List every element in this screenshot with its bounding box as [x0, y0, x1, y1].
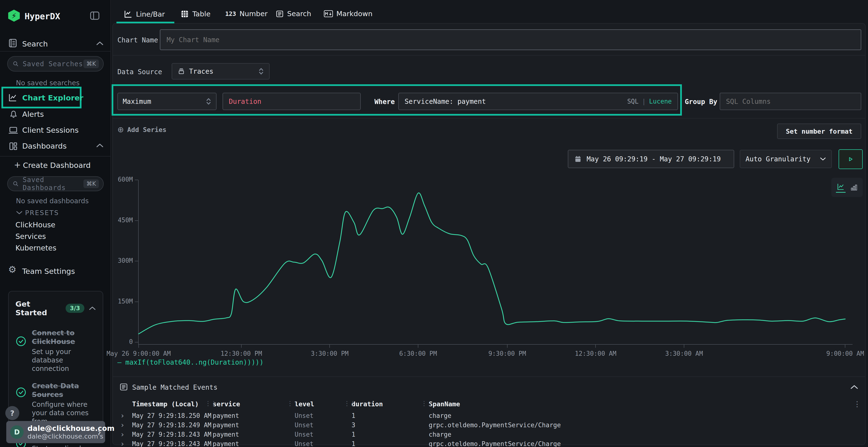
cell-level: Unset: [294, 431, 351, 438]
chevron-up-icon[interactable]: [96, 143, 104, 148]
legend-swatch: —: [117, 358, 122, 366]
preset-item-clickhouse[interactable]: ClickHouse: [16, 220, 56, 229]
checklist-item[interactable]: Connect to ClickHouse Set up your databa…: [16, 329, 96, 373]
bell-icon: [9, 109, 18, 119]
cell-timestamp: May 27 9:29:18.243 AM: [132, 440, 213, 447]
expand-row-icon[interactable]: ›: [121, 430, 132, 439]
tab-table[interactable]: Table: [180, 10, 211, 18]
chevron-up-icon[interactable]: [96, 41, 104, 46]
sidebar-item-dashboards[interactable]: Dashboards: [22, 142, 66, 150]
chevron-down-icon[interactable]: [16, 210, 23, 215]
source-tray-icon: [178, 67, 185, 75]
cell-timestamp: May 27 9:29:18.249 AM: [132, 421, 213, 429]
list-icon: [276, 10, 284, 18]
column-resize-handle[interactable]: ⋮⋮: [344, 400, 355, 407]
get-started-panel: Get Started 3/3 Connect to ClickHouse Se…: [8, 291, 103, 436]
cell-spanname: grpc.oteldemo.PaymentService/Charge: [429, 440, 866, 447]
saved-dashboards-input[interactable]: Saved Dashboards ⌘K: [7, 176, 104, 191]
column-resize-handle[interactable]: ⋮⋮: [287, 400, 299, 407]
cell-spanname: charge: [429, 412, 866, 419]
tab-number[interactable]: 123 Number: [225, 10, 268, 18]
cell-service: payment: [213, 431, 294, 438]
table-row[interactable]: › May 27 9:29:18.243 AM payment Unset 1 …: [121, 439, 866, 447]
line-chart-toggle[interactable]: [836, 182, 845, 193]
divider: [0, 156, 111, 157]
cell-level: Unset: [294, 412, 351, 419]
cell-spanname: charge: [429, 431, 866, 438]
saved-dashboards-placeholder: Saved Dashboards: [23, 176, 84, 192]
help-button[interactable]: ?: [5, 406, 19, 420]
tab-line-bar[interactable]: Line/Bar: [123, 10, 165, 19]
sidebar-item-chart-explorer[interactable]: Chart Explorer: [22, 94, 84, 102]
bar-chart-toggle[interactable]: [850, 183, 858, 192]
cell-timestamp: May 27 9:29:18.243 AM: [132, 431, 213, 438]
chevron-up-icon[interactable]: [850, 384, 858, 390]
group-by-label: Group By: [685, 98, 717, 106]
plus-circle-icon: ⊕: [117, 126, 124, 133]
brand-name: HyperDX: [25, 11, 60, 21]
chart-name-input[interactable]: [160, 29, 861, 50]
expand-row-icon[interactable]: ›: [121, 440, 132, 447]
table-row[interactable]: › May 27 9:29:18.249 AM payment Unset 3 …: [121, 420, 866, 429]
no-saved-dashboards-text: No saved dashboards: [16, 197, 89, 205]
col-header-duration[interactable]: duration: [351, 400, 383, 408]
expand-row-icon[interactable]: ›: [121, 421, 132, 429]
tab-markdown[interactable]: Markdown: [324, 10, 373, 18]
tab-label: Number: [240, 10, 268, 18]
tab-label: Search: [287, 10, 311, 18]
tab-label: Table: [192, 10, 211, 18]
checklist-title: Connect to ClickHouse: [32, 329, 96, 346]
data-source-select[interactable]: Traces: [172, 63, 270, 79]
col-header-spanname[interactable]: SpanName: [429, 400, 460, 408]
cell-duration: 1: [351, 412, 429, 419]
list-icon: [119, 382, 128, 391]
set-number-format-button[interactable]: Set number format: [777, 124, 861, 139]
preset-item-kubernetes[interactable]: Kubernetes: [16, 244, 56, 252]
y-axis-tick-label: 600M: [107, 176, 133, 183]
preset-item-services[interactable]: Services: [16, 232, 46, 241]
x-axis-tick-label: 6:30:00 PM: [399, 350, 437, 357]
column-resize-handle[interactable]: ⋮⋮: [421, 400, 433, 407]
create-dashboard-button[interactable]: Create Dashboard: [23, 161, 91, 170]
x-axis-tick-label: May 26 9:00:00 AM: [106, 350, 171, 357]
divider: [113, 55, 865, 56]
kebab-menu-icon[interactable]: ⋮: [854, 400, 861, 408]
group-by-input-wrap: [720, 93, 861, 110]
gear-icon: ⚙: [8, 265, 17, 274]
presets-section-label[interactable]: PRESETS: [25, 209, 59, 216]
user-subtitle: dale@clickhouse.com's: [28, 433, 97, 440]
sidebar-item-client-sessions[interactable]: Client Sessions: [22, 126, 79, 134]
table-icon: [180, 10, 189, 18]
checklist-item[interactable]: Create Data Sources Configure where your…: [16, 381, 96, 426]
sidebar-item-alerts[interactable]: Alerts: [22, 110, 44, 118]
add-series-button[interactable]: ⊕ Add Series: [117, 126, 166, 133]
y-axis-tick-label: 0: [107, 338, 133, 345]
saved-searches-input[interactable]: Saved Searches ⌘K: [7, 56, 104, 72]
x-axis-tick-label: 3:30:00 AM: [665, 350, 703, 357]
timeseries-chart[interactable]: 0150M300M450M600MMay 26 9:00:00 AM12:30:…: [138, 180, 851, 342]
group-by-input[interactable]: [720, 93, 861, 110]
column-resize-handle[interactable]: ⋮⋮: [205, 400, 217, 407]
cell-timestamp: May 27 9:29:18.250 AM: [132, 412, 213, 419]
sidebar-section-search[interactable]: Search: [22, 39, 48, 48]
chart-name-label: Chart Name: [117, 36, 158, 44]
sidebar-collapse-button[interactable]: [89, 10, 100, 21]
expand-row-icon[interactable]: ›: [121, 411, 132, 420]
col-header-timestamp[interactable]: Timestamp (Local): [132, 400, 199, 408]
shortcut-badge: ⌘K: [84, 60, 99, 68]
cell-level: Unset: [294, 440, 351, 447]
chevron-up-icon[interactable]: [89, 306, 96, 310]
number-123-icon: 123: [225, 10, 236, 18]
granularity-select[interactable]: Auto Granularity: [740, 150, 832, 168]
table-row[interactable]: › May 27 9:29:18.250 AM payment Unset 1 …: [121, 411, 866, 420]
search-icon: [12, 180, 19, 187]
sidebar-item-team-settings[interactable]: Team Settings: [22, 267, 75, 276]
user-menu[interactable]: D dale@clickhouse.com dale@clickhouse.co…: [6, 421, 105, 443]
col-header-service[interactable]: service: [213, 400, 240, 408]
table-row[interactable]: › May 27 9:29:18.243 AM payment Unset 1 …: [121, 429, 866, 439]
date-range-input[interactable]: May 26 09:29:19 - May 27 09:29:19: [568, 150, 734, 168]
chart-legend: — maxIf(toFloat640..ng(Duration))))): [117, 358, 264, 366]
run-query-button[interactable]: [839, 149, 863, 169]
plus-icon: +: [14, 160, 21, 170]
tab-search[interactable]: Search: [276, 10, 311, 18]
